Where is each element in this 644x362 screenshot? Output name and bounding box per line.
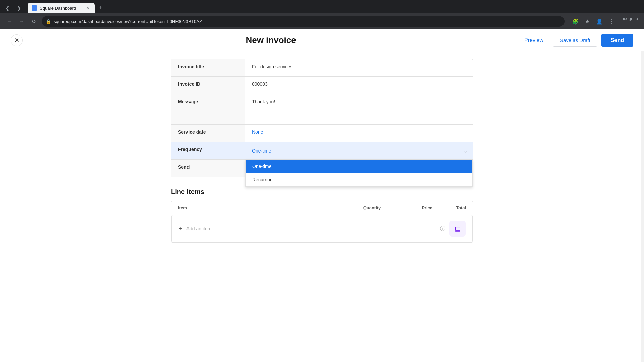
top-bar: ✕ New invoice Preview Save as Draft Send: [0, 29, 644, 51]
bookmark-btn[interactable]: ★: [582, 16, 593, 27]
frequency-row: Frequency One-time ⌵: [171, 142, 473, 160]
frequency-label: Frequency: [171, 142, 245, 159]
main-content: Invoice title For design services Invoic…: [171, 51, 473, 251]
dropdown-option-one-time[interactable]: One-time: [246, 160, 472, 173]
service-date-label: Service date: [171, 125, 245, 142]
app-content: ✕ New invoice Preview Save as Draft Send…: [0, 29, 644, 362]
send-value: One-time Recurring: [245, 160, 473, 177]
invoice-id-value: 000003: [245, 77, 473, 94]
scan-button[interactable]: ⊑: [449, 221, 466, 237]
tab-title: Square Dashboard: [40, 6, 76, 11]
tab-close-btn[interactable]: ✕: [85, 5, 91, 11]
plus-icon: +: [178, 225, 182, 233]
info-icon: ⓘ: [440, 225, 445, 232]
preview-button[interactable]: Preview: [519, 35, 549, 46]
chevron-down-icon: ⌵: [464, 147, 467, 155]
invoice-title-label: Invoice title: [171, 59, 245, 76]
browser-menu-btn[interactable]: ⋮: [606, 16, 617, 27]
send-label: Send: [171, 160, 245, 177]
browser-chrome: ❮ ❯ Square Dashboard ✕ + ← → ↺ 🔒 squareu…: [0, 0, 644, 29]
scan-icon: ⊑: [455, 225, 461, 233]
incognito-label: Incognito: [618, 16, 640, 27]
invoice-title-value: For design services: [245, 59, 473, 76]
tab-navigation: ❮ ❯: [3, 3, 23, 13]
add-item-placeholder: Add an item: [186, 226, 212, 231]
page-title: New invoice: [23, 35, 519, 45]
top-actions: Preview Save as Draft Send: [519, 34, 633, 47]
close-button[interactable]: ✕: [11, 34, 23, 46]
forward-btn[interactable]: →: [16, 16, 27, 27]
col-item-header: Item: [178, 205, 352, 210]
frequency-dropdown: One-time Recurring: [245, 160, 473, 187]
tab-next-btn[interactable]: ❯: [14, 3, 23, 13]
service-date-row: Service date None: [171, 125, 473, 142]
col-quantity-header: Quantity: [352, 205, 392, 210]
tab-prev-btn[interactable]: ❮: [3, 3, 12, 13]
tab-favicon: [32, 5, 37, 11]
service-date-value[interactable]: None: [245, 125, 473, 142]
active-tab[interactable]: Square Dashboard ✕: [28, 3, 95, 13]
browser-toolbar: ← → ↺ 🔒 squareup.com/dashboard/invoices/…: [0, 13, 644, 29]
back-btn[interactable]: ←: [4, 16, 15, 27]
dropdown-option-recurring[interactable]: Recurring: [246, 173, 472, 186]
save-draft-button[interactable]: Save as Draft: [553, 34, 597, 47]
lock-icon: 🔒: [46, 19, 51, 24]
nav-buttons: ← → ↺: [4, 16, 39, 27]
new-tab-btn[interactable]: +: [96, 3, 105, 13]
add-item-row: + Add an item ⓘ ⊑: [171, 215, 473, 242]
line-items-header: Item Quantity Price Total: [171, 201, 473, 215]
add-item-input[interactable]: + Add an item ⓘ: [178, 225, 445, 233]
message-label: Message: [171, 94, 245, 124]
col-total-header: Total: [432, 205, 466, 210]
toolbar-right-actions: 🧩 ★ 👤 ⋮ Incognito: [570, 16, 640, 27]
invoice-title-row: Invoice title For design services: [171, 59, 473, 77]
invoice-form: Invoice title For design services Invoic…: [171, 59, 473, 177]
message-row: Message Thank you!: [171, 94, 473, 125]
refresh-btn[interactable]: ↺: [28, 16, 39, 27]
address-bar[interactable]: 🔒 squareup.com/dashboard/invoices/new?cu…: [42, 16, 565, 27]
profile-btn[interactable]: 👤: [594, 16, 605, 27]
line-items-table: Item Quantity Price Total + Add an item …: [171, 201, 473, 243]
invoice-id-label: Invoice ID: [171, 77, 245, 94]
invoice-id-row: Invoice ID 000003: [171, 77, 473, 94]
url-text: squareup.com/dashboard/invoices/new?curr…: [54, 19, 560, 24]
scrollbar-track[interactable]: [641, 29, 644, 362]
line-items-section: Line items Item Quantity Price Total + A…: [171, 188, 473, 243]
frequency-value[interactable]: One-time ⌵: [245, 142, 473, 159]
send-row: Send One-time Recurring: [171, 160, 473, 177]
col-price-header: Price: [392, 205, 432, 210]
extensions-btn[interactable]: 🧩: [570, 16, 581, 27]
line-items-title: Line items: [171, 188, 473, 196]
tab-bar: ❮ ❯ Square Dashboard ✕ +: [0, 0, 644, 13]
message-value: Thank you!: [245, 94, 473, 124]
send-button[interactable]: Send: [601, 34, 633, 47]
